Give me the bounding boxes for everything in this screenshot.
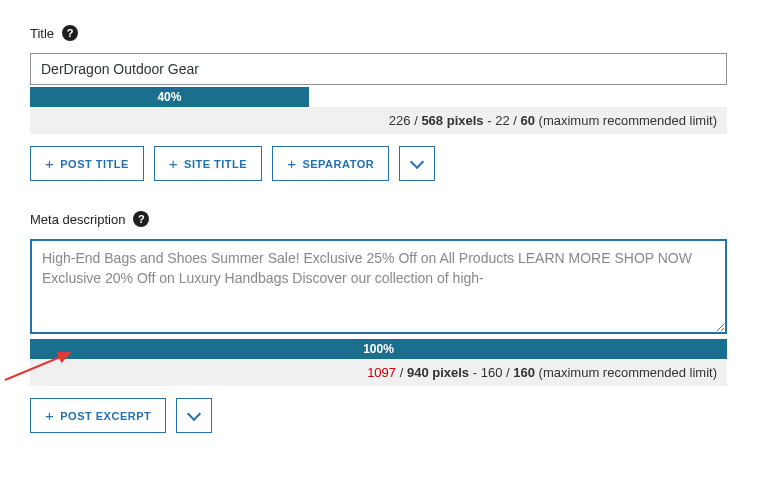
plus-icon: + <box>287 155 296 172</box>
title-chars-max: 60 <box>520 113 534 128</box>
meta-description-section: Meta description ? 100% 1097 / 940 pixel… <box>30 211 737 433</box>
post-excerpt-button[interactable]: + POST EXCERPT <box>30 398 166 433</box>
meta-chars-current: 160 <box>481 365 503 380</box>
title-pixels-max: 568 <box>421 113 443 128</box>
stats-unit: pixels <box>447 113 484 128</box>
site-title-button[interactable]: + SITE TITLE <box>154 146 262 181</box>
post-excerpt-label: POST EXCERPT <box>60 410 151 422</box>
chevron-down-icon <box>187 406 201 420</box>
post-title-label: POST TITLE <box>60 158 129 170</box>
title-progress-bar: 40% <box>30 87 727 107</box>
title-section: Title ? 40% 226 / 568 pixels - 22 / 60 (… <box>30 25 737 181</box>
meta-progress-bar: 100% <box>30 339 727 359</box>
site-title-label: SITE TITLE <box>184 158 247 170</box>
help-icon[interactable]: ? <box>133 211 149 227</box>
title-chars-current: 22 <box>495 113 509 128</box>
separator-label: SEPARATOR <box>302 158 374 170</box>
title-label-row: Title ? <box>30 25 737 41</box>
meta-progress-percent: 100% <box>363 342 394 356</box>
plus-icon: + <box>45 407 54 424</box>
stats-unit: pixels <box>432 365 469 380</box>
stats-dash: - <box>473 365 481 380</box>
more-options-button[interactable] <box>399 146 435 181</box>
meta-pixels-current: 1097 <box>367 365 396 380</box>
meta-stats: 1097 / 940 pixels - 160 / 160 (maximum r… <box>30 359 727 386</box>
post-title-button[interactable]: + POST TITLE <box>30 146 144 181</box>
title-progress-fill: 40% <box>30 87 309 107</box>
meta-pixels-max: 940 <box>407 365 429 380</box>
title-label: Title <box>30 26 54 41</box>
plus-icon: + <box>45 155 54 172</box>
meta-chars-max: 160 <box>513 365 535 380</box>
meta-stats-suffix: (maximum recommended limit) <box>539 365 717 380</box>
stats-sep: / <box>400 365 407 380</box>
title-stats-suffix: (maximum recommended limit) <box>539 113 717 128</box>
help-icon[interactable]: ? <box>62 25 78 41</box>
title-progress-percent: 40% <box>157 90 181 104</box>
title-progress-container: 40% <box>30 87 727 107</box>
title-pixels-current: 226 <box>389 113 411 128</box>
meta-label: Meta description <box>30 212 125 227</box>
meta-button-row: + POST EXCERPT <box>30 398 737 433</box>
stats-dash: - <box>487 113 495 128</box>
more-options-button[interactable] <box>176 398 212 433</box>
meta-label-row: Meta description ? <box>30 211 737 227</box>
plus-icon: + <box>169 155 178 172</box>
title-input[interactable] <box>30 53 727 85</box>
meta-description-textarea[interactable] <box>30 239 727 334</box>
title-button-row: + POST TITLE + SITE TITLE + SEPARATOR <box>30 146 737 181</box>
separator-button[interactable]: + SEPARATOR <box>272 146 389 181</box>
chevron-down-icon <box>410 154 424 168</box>
title-progress-remainder <box>309 87 727 107</box>
meta-progress-container: 100% <box>30 339 727 359</box>
meta-progress-fill: 100% <box>30 339 727 359</box>
title-stats: 226 / 568 pixels - 22 / 60 (maximum reco… <box>30 107 727 134</box>
